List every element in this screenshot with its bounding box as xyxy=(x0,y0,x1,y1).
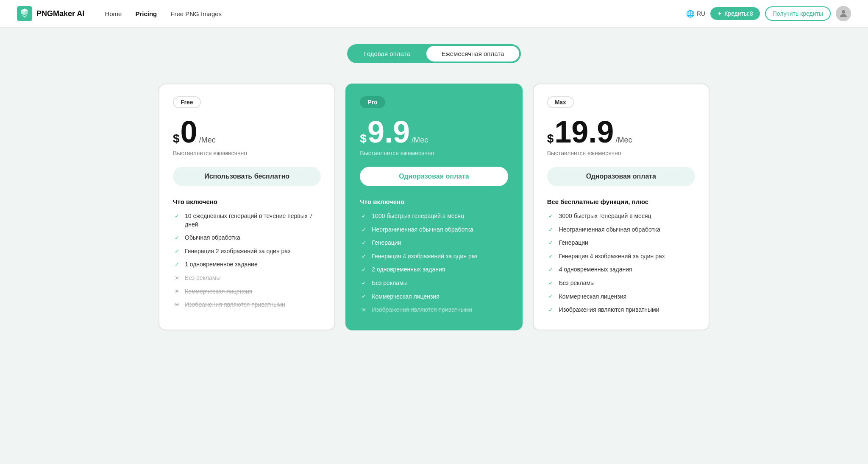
check-icon: ✓ xyxy=(547,212,555,220)
check-icon: ✓ xyxy=(360,212,367,220)
check-icon: ✓ xyxy=(547,226,555,234)
nav-pricing[interactable]: Pricing xyxy=(135,10,157,17)
feature-text: 10 ежедневных генераций в течение первых… xyxy=(185,212,321,229)
check-icon: ✓ xyxy=(547,266,555,274)
max-plan-card: Max $ 19.9 /Мес Выставляется ежемесячно … xyxy=(533,84,709,330)
list-item: ✓ 10 ежедневных генераций в течение перв… xyxy=(173,212,321,229)
pro-price-dollar: $ xyxy=(360,132,367,145)
check-icon: ✓ xyxy=(547,306,555,314)
feature-text: 3000 быстрых генераций в месяц xyxy=(559,212,651,221)
cross-icon: ✕ xyxy=(173,288,181,296)
list-item: ✓ 4 одновременных задания xyxy=(547,266,695,274)
list-item: ✓ 1 одновременное задание xyxy=(173,260,321,269)
sparkle-icon: ✦ xyxy=(717,10,722,17)
feature-text: Генерация 4 изображений за один раз xyxy=(372,252,477,261)
pro-price-period: /Мес xyxy=(412,136,428,145)
list-item: ✓ Без рекламы xyxy=(360,279,508,288)
lang-button[interactable]: 🌐 RU xyxy=(686,10,705,18)
credits-button[interactable]: ✦ Кредиты:8 xyxy=(710,7,760,20)
nav-free-png[interactable]: Free PNG Images xyxy=(170,10,222,17)
feature-text: Изображения являются приватными xyxy=(559,306,659,314)
check-icon: ✓ xyxy=(547,293,555,301)
list-item: ✓ Неограниченная обычная обработка xyxy=(360,226,508,234)
list-item: ✓ Коммерческая лицензия xyxy=(360,293,508,301)
check-icon: ✓ xyxy=(547,280,555,287)
max-cta-button[interactable]: Одноразовая оплата xyxy=(547,167,695,186)
free-cta-button[interactable]: Использовать бесплатно xyxy=(173,167,321,186)
pro-plan-badge: Pro xyxy=(360,96,385,108)
max-price-dollar: $ xyxy=(547,132,554,145)
nav: Home Pricing Free PNG Images xyxy=(105,10,222,17)
feature-text: Генерации xyxy=(559,239,588,247)
list-item: ✓ Коммерческая лицензия xyxy=(547,293,695,301)
check-icon: ✓ xyxy=(360,293,367,301)
check-icon: ✓ xyxy=(360,226,367,234)
feature-text: Генерации xyxy=(372,239,401,247)
max-price-period: /Мес xyxy=(615,136,632,145)
globe-icon: 🌐 xyxy=(686,10,695,18)
max-feature-list: ✓ 3000 быстрых генераций в месяц ✓ Неогр… xyxy=(547,212,695,314)
nav-home[interactable]: Home xyxy=(105,10,122,17)
list-item: ✕ Без рекламы xyxy=(173,274,321,282)
logo-text: PNGMaker AI xyxy=(36,9,84,18)
free-price-period: /Мес xyxy=(199,136,216,145)
pro-features-title: Что включено xyxy=(360,198,508,205)
feature-text: Без рекламы xyxy=(559,279,595,288)
pro-price-number: 9.9 xyxy=(367,117,410,147)
free-features-title: Что включено xyxy=(173,198,321,205)
list-item: ✓ Генерации xyxy=(547,239,695,247)
check-icon: ✓ xyxy=(547,253,555,260)
list-item: ✕ Коммерческая лицензия xyxy=(173,288,321,296)
feature-text: Коммерческая лицензия xyxy=(559,293,626,301)
main-content: Годовая оплата Ежемесячная оплата Free $… xyxy=(0,27,868,356)
free-price-row: $ 0 /Мес xyxy=(173,117,321,147)
header: PNGMaker AI Home Pricing Free PNG Images… xyxy=(0,0,868,27)
max-price-row: $ 19.9 /Мес xyxy=(547,117,695,147)
feature-text: 1000 быстрых генераций в месяц xyxy=(372,212,464,221)
list-item: ✓ Без рекламы xyxy=(547,279,695,288)
avatar[interactable] xyxy=(836,6,851,21)
list-item: ✓ Неограниченная обычная обработка xyxy=(547,226,695,234)
get-credits-button[interactable]: Получить кредиты xyxy=(765,6,831,21)
list-item: ✓ Обычная обработка xyxy=(173,234,321,242)
list-item: ✕ Изображения являются приватными xyxy=(360,306,508,314)
feature-text: 1 одновременное задание xyxy=(185,260,258,269)
feature-text: Обычная обработка xyxy=(185,234,240,242)
free-price-dollar: $ xyxy=(173,132,180,145)
feature-text: Изображения являются приватными xyxy=(185,301,285,309)
check-icon: ✓ xyxy=(173,261,181,268)
check-icon: ✓ xyxy=(173,248,181,255)
check-icon: ✓ xyxy=(360,253,367,260)
feature-text: Генерация 2 изображений за один раз xyxy=(185,247,290,256)
pricing-cards: Free $ 0 /Мес Выставляется ежемесячно Ис… xyxy=(159,84,709,330)
free-plan-card: Free $ 0 /Мес Выставляется ежемесячно Ис… xyxy=(159,84,335,330)
pro-feature-list: ✓ 1000 быстрых генераций в месяц ✓ Неогр… xyxy=(360,212,508,314)
check-icon: ✓ xyxy=(360,280,367,287)
check-icon: ✓ xyxy=(360,266,367,274)
feature-text: Генерация 4 изображений за один раз xyxy=(559,252,665,261)
list-item: ✓ Генерации xyxy=(360,239,508,247)
max-price-number: 19.9 xyxy=(554,117,614,147)
list-item: ✓ Генерация 2 изображений за один раз xyxy=(173,247,321,256)
feature-text: 2 одновременных задания xyxy=(372,266,445,274)
list-item: ✓ Генерация 4 изображений за один раз xyxy=(360,252,508,261)
cross-icon: ✕ xyxy=(173,301,181,309)
check-icon: ✓ xyxy=(360,239,367,247)
max-billing-text: Выставляется ежемесячно xyxy=(547,150,695,157)
list-item: ✓ 2 одновременных задания xyxy=(360,266,508,274)
list-item: ✓ Генерация 4 изображений за один раз xyxy=(547,252,695,261)
svg-point-1 xyxy=(842,10,845,14)
feature-text: Без рекламы xyxy=(372,279,407,288)
feature-text: Коммерческая лицензия xyxy=(185,288,252,296)
check-icon: ✓ xyxy=(547,239,555,247)
max-features-title: Все бесплатные функции, плюс xyxy=(547,198,695,205)
monthly-toggle-btn[interactable]: Ежемесячная оплата xyxy=(426,46,520,61)
pro-cta-button[interactable]: Одноразовая оплата xyxy=(360,167,508,186)
pro-price-row: $ 9.9 /Мес xyxy=(360,117,508,147)
credits-label: Кредиты:8 xyxy=(724,10,753,17)
feature-text: Неограниченная обычная обработка xyxy=(372,226,473,234)
logo[interactable]: PNGMaker AI xyxy=(17,6,84,21)
annual-toggle-btn[interactable]: Годовая оплата xyxy=(349,46,426,61)
cross-icon: ✕ xyxy=(173,274,181,282)
free-billing-text: Выставляется ежемесячно xyxy=(173,150,321,157)
